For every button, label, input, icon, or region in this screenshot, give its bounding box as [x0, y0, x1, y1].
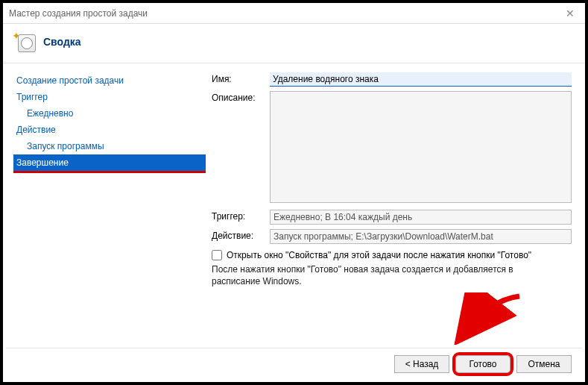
sidebar-item-run-program[interactable]: Запуск программы — [13, 138, 206, 154]
titlebar: Мастер создания простой задачи ✕ — [3, 3, 585, 24]
trigger-label: Триггер: — [212, 210, 270, 225]
sidebar-item-action[interactable]: Действие — [13, 122, 206, 138]
action-value — [270, 229, 572, 244]
sidebar-item-daily[interactable]: Ежедневно — [13, 105, 206, 122]
summary-form: Имя: Описание: Триггер: Действие: Открыт… — [212, 63, 585, 347]
description-input[interactable] — [270, 91, 572, 203]
sidebar-item-finish[interactable]: Завершение — [13, 154, 206, 173]
description-label: Описание: — [212, 91, 270, 205]
wizard-steps: Создание простой задачи Триггер Ежедневн… — [3, 63, 212, 347]
finish-button[interactable]: Готово — [455, 355, 510, 373]
back-button[interactable]: < Назад — [394, 355, 449, 373]
cancel-button[interactable]: Отмена — [516, 355, 572, 373]
name-input[interactable] — [270, 72, 572, 87]
page-title: Сводка — [43, 36, 81, 48]
summary-icon: ✦ — [13, 31, 36, 52]
trigger-value — [270, 210, 572, 225]
wizard-header: ✦ Сводка — [3, 24, 585, 63]
close-icon[interactable]: ✕ — [561, 7, 579, 19]
name-label: Имя: — [212, 72, 270, 87]
open-properties-label: Открыть окно "Свойства" для этой задачи … — [227, 250, 531, 260]
window-title: Мастер создания простой задачи — [9, 8, 561, 19]
sidebar-item-create-task[interactable]: Создание простой задачи — [13, 72, 206, 89]
footer-hint: После нажатия кнопки "Готово" новая зада… — [212, 263, 554, 287]
wizard-footer: < Назад Готово Отмена — [6, 348, 582, 379]
sidebar-item-trigger[interactable]: Триггер — [13, 89, 206, 105]
action-label: Действие: — [212, 229, 270, 244]
open-properties-checkbox[interactable] — [212, 250, 222, 260]
